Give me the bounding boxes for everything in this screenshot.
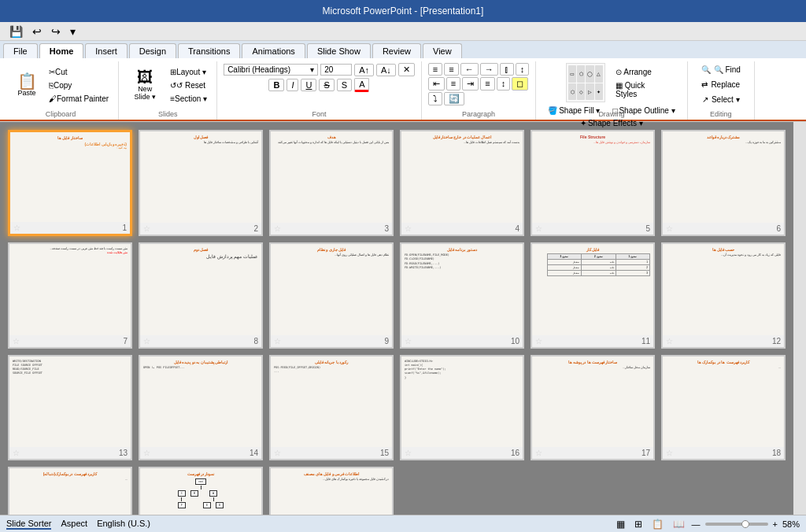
slide-star-14[interactable]: ☆ [143,449,150,457]
shadow-button[interactable]: S [337,79,352,91]
slide-item-11[interactable]: فایل کار ستون 1ستون 2ستون 3 1دادهمقدار 2… [531,242,655,349]
slide-item-5[interactable]: File Structure سازمان، دسترسی و خواندن و… [531,130,655,236]
shape-effects-button[interactable]: ✦ Shape Effects ▾ [575,117,649,129]
slide-star-12[interactable]: ☆ [666,337,673,345]
text-direction-button[interactable]: ↕ [516,63,530,76]
layout-button[interactable]: ⊞ Layout ▾ [167,65,210,78]
tab-animations[interactable]: Animations [242,43,305,58]
clear-format-button[interactable]: ✕ [398,63,415,76]
slide-item-13[interactable]: WRITE/DESTINATIONFILE SOURCE OFFSETREAD/… [8,355,132,461]
quick-styles-button[interactable]: ▦ QuickStyles [610,79,657,100]
reset-button[interactable]: ↺ ↺ Reset [167,79,210,91]
paste-button[interactable]: 📋 Paste [9,65,44,105]
shapes-gallery[interactable]: ▭ ⬠ ◯ △ ⬡ ◇ ▷ ✦ [566,63,605,102]
tab-slideshow[interactable]: Slide Show [307,43,371,58]
slide-star-4[interactable]: ☆ [405,224,412,233]
replace-button[interactable]: ⇄ Replace [694,78,747,91]
slide-star-9[interactable]: ☆ [274,337,281,345]
zoom-in-button[interactable]: + [773,519,778,529]
slide-item-19[interactable]: کاربرد فهرست در بوکمارک(دنباله) ... ☆ 19 [8,467,132,515]
line-spacing-button[interactable]: ↕ [497,77,511,91]
font-size-input[interactable]: 20 [320,64,352,76]
zoom-slider[interactable] [705,523,768,526]
slide-item-16[interactable]: #INCLUDE<STDIO.H>int main(){ printf("Ent… [400,355,524,461]
slide-star-15[interactable]: ☆ [274,449,281,457]
underline-button[interactable]: U [301,79,316,91]
tab-insert[interactable]: Insert [85,43,128,58]
align-right-button[interactable]: ⇥ [462,77,479,91]
slide-item-10[interactable]: دستور برنامه فایل FD-OPEN(FILENAME,FILE_… [400,242,524,349]
slide-item-6[interactable]: مشترک درباره قواعد مشترکین به ما به حوزه… [661,130,786,236]
slide-star-5[interactable]: ☆ [535,224,542,233]
view-slide-sorter-button[interactable]: ⊞ [632,518,645,530]
tab-file[interactable]: File [3,43,38,58]
slide-item-1[interactable]: ساختار فایل ها (ذخیره و بازیابی اطلاعات)… [8,130,132,236]
slide-item-17[interactable]: ساختار فهرست ها در پوشه ها سازمان محل سا… [531,355,655,461]
slide-star-17[interactable]: ☆ [535,449,542,457]
increase-indent-button[interactable]: → [480,63,498,76]
highlight-button[interactable]: ◻ [512,77,528,91]
columns-button[interactable]: ⫿ [500,63,514,76]
slide-item-12[interactable]: حسب فایل ها فایلی که زیاد به کار می رود … [661,242,786,349]
strikethrough-button[interactable]: S [319,79,334,91]
slide-star-13[interactable]: ☆ [13,449,20,457]
slide-item-18[interactable]: کاربرد فهرست ها در بوکمارک ها ... ☆ 18 [661,355,786,461]
slide-item-2[interactable]: فصل اول آشنایی با طراحی و مشخصات ساختار … [139,130,263,236]
slide-item-21[interactable]: اطلاعات فرمی و فایل های مصنف درکشیدن فای… [269,467,394,515]
section-button[interactable]: ≡ Section ▾ [167,92,210,105]
slide-star-1[interactable]: ☆ [13,224,20,232]
slide-item-8[interactable]: فصل دوم عملیات مهم پردازش فایل ☆ 8 [139,242,263,349]
undo-button[interactable]: ↩ [29,24,45,39]
zoom-out-button[interactable]: — [692,519,701,529]
font-family-dropdown[interactable]: Calibri (Headings)▾ [224,64,318,76]
convert-button[interactable]: 🔄 [444,92,464,105]
slide-sorter-panel[interactable]: ساختار فایل ها (ذخیره و بازیابی اطلاعات)… [0,122,793,515]
center-button[interactable]: ≡ [446,77,460,91]
slide-star-3[interactable]: ☆ [274,224,281,233]
customize-quick-access[interactable]: ▾ [67,24,79,39]
slide-item-4[interactable]: اعمال عملیات در خارج ساختار فایل بدست آم… [400,130,524,236]
arrange-button[interactable]: ⊙ Arrange [610,66,657,78]
format-painter-button[interactable]: 🖌 Format Painter [46,92,112,105]
cut-button[interactable]: ✂ Cut [46,65,112,78]
save-button[interactable]: 💾 [6,24,26,39]
font-color-button[interactable]: A [354,78,369,92]
decrease-font-button[interactable]: A↓ [376,64,396,76]
view-notes-button[interactable]: 📋 [649,518,666,530]
language-indicator[interactable]: English (U.S.) [97,519,150,530]
tab-review[interactable]: Review [372,43,421,58]
tab-design[interactable]: Design [129,43,176,58]
numbered-button[interactable]: ≡ [444,63,458,76]
smartart-button[interactable]: ⤵ [428,92,442,105]
select-button[interactable]: ↗ Select ▾ [695,93,747,106]
tab-home[interactable]: Home [39,43,84,58]
slide-star-7[interactable]: ☆ [13,337,20,345]
vertical-scrollbar[interactable] [793,122,806,515]
tab-transitions[interactable]: Transitions [178,43,240,58]
increase-font-button[interactable]: A↑ [354,64,374,76]
slide-star-6[interactable]: ☆ [666,224,673,233]
slide-item-20[interactable]: نمودار در فهرست root A D E B [139,467,263,515]
tab-view[interactable]: View [423,43,462,58]
slide-item-15[interactable]: رکورد با جریانه فایلی POS-FEED(FILE_OFFS… [269,355,394,461]
slide-star-10[interactable]: ☆ [405,337,412,345]
decrease-indent-button[interactable]: ← [460,63,479,76]
slide-item-3[interactable]: هدف پس از پایانی این فصل با دیتیل دستیاب… [269,130,394,236]
slide-star-2[interactable]: ☆ [143,224,150,233]
slide-star-18[interactable]: ☆ [666,449,673,457]
bullets-button[interactable]: ≡ [428,63,442,76]
slide-star-16[interactable]: ☆ [405,449,412,457]
new-slide-button[interactable]: 🖼 New Slide ▾ [125,65,165,105]
slide-item-7[interactable]: متن سمت راست با چند خط متن عربی در سمت ر… [8,242,132,349]
zoom-slider-thumb[interactable] [741,520,749,528]
view-normal-button[interactable]: ▦ [614,518,627,530]
align-left-button[interactable]: ⇤ [428,77,445,91]
italic-button[interactable]: I [287,79,298,91]
bold-button[interactable]: B [268,79,284,91]
justify-button[interactable]: ≡ [480,77,494,91]
slide-star-8[interactable]: ☆ [143,337,150,345]
find-button[interactable]: 🔍 🔍 Find [694,63,748,76]
slide-star-11[interactable]: ☆ [535,337,542,345]
slide-item-14[interactable]: ارتباطی پشتیبان به دو پدیده فایل OPEN با… [139,355,263,461]
redo-button[interactable]: ↪ [48,24,64,39]
